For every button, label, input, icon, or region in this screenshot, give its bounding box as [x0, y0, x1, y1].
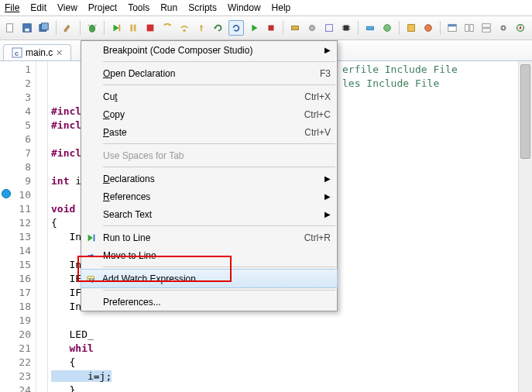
run-icon[interactable] — [247, 21, 261, 35]
chip-icon[interactable] — [339, 21, 353, 35]
menu-preferences[interactable]: Preferences... — [81, 293, 337, 311]
generic-icon[interactable] — [404, 21, 418, 35]
menu-copy[interactable]: CopyCtrl+C — [81, 105, 337, 123]
build-icon[interactable] — [61, 21, 75, 35]
menu-cut[interactable]: CutCtrl+X — [81, 88, 337, 105]
c-file-icon: c — [12, 47, 22, 58]
menu-tools[interactable]: Tools — [128, 2, 149, 13]
tool-icon[interactable] — [288, 21, 302, 35]
move-to-line-icon — [84, 249, 98, 263]
line-number: 19 — [14, 314, 31, 328]
line-number: 21 — [14, 342, 31, 356]
svg-rect-29 — [470, 25, 473, 32]
comment-text: erfile Include File — [342, 63, 458, 77]
window-icon-2[interactable] — [462, 21, 476, 35]
menu-project[interactable]: Project — [88, 2, 117, 13]
separator — [80, 21, 81, 35]
breakpoint-marker[interactable] — [2, 189, 11, 198]
menu-breakpoint[interactable]: Breakpoint (Code Composer Studio) ▶ — [81, 41, 337, 59]
line-number: 18 — [14, 300, 31, 314]
menu-use-spaces: Use Spaces for Tab — [81, 146, 337, 164]
restart-icon[interactable] — [211, 21, 225, 35]
menu-view[interactable]: View — [57, 2, 77, 13]
menu-paste[interactable]: PasteCtrl+V — [81, 123, 337, 141]
menu-scripts[interactable]: Scripts — [188, 2, 217, 13]
code-text: { — [51, 356, 75, 368]
line-number: 4 — [14, 105, 31, 119]
toolbar — [0, 16, 532, 40]
svg-text:xy: xy — [88, 276, 94, 282]
stop-icon[interactable] — [143, 21, 157, 35]
line-number: 24 — [14, 383, 31, 392]
submenu-arrow-icon: ▶ — [324, 174, 331, 183]
menu-label: Breakpoint (Code Composer Studio) — [103, 45, 331, 56]
step-into-icon[interactable] — [160, 21, 174, 35]
new-icon[interactable] — [3, 21, 17, 35]
step-over-icon[interactable] — [177, 21, 191, 35]
refresh-icon[interactable] — [228, 20, 244, 36]
terminate-icon[interactable] — [264, 21, 278, 35]
svg-rect-10 — [134, 25, 136, 32]
step-return-icon[interactable] — [194, 21, 208, 35]
svg-rect-21 — [349, 29, 351, 29]
watch-icon: xy — [84, 272, 98, 286]
menu-add-watch-expression[interactable]: xy Add Watch Expression... — [81, 269, 338, 288]
menu-move-to-line[interactable]: Move to Line — [81, 246, 337, 264]
line-number: 13 — [14, 230, 31, 244]
window-icon-3[interactable] — [479, 21, 493, 35]
menu-label: Add Watch Expression... — [102, 273, 331, 284]
code-text: { — [51, 217, 57, 229]
vertical-scrollbar[interactable]: ▲ ▼ — [518, 61, 532, 392]
menu-help[interactable]: Help — [272, 2, 291, 13]
line-number: 15 — [14, 258, 31, 272]
menu-search-text[interactable]: Search Text▶ — [81, 205, 337, 223]
menu-edit[interactable]: Edit — [30, 2, 46, 13]
debug-icon[interactable] — [85, 21, 99, 35]
scroll-thumb[interactable] — [520, 64, 530, 159]
svg-rect-13 — [269, 26, 274, 31]
line-number: 5 — [14, 119, 31, 132]
svg-rect-11 — [147, 25, 154, 32]
menu-file[interactable]: File — [5, 2, 19, 13]
generic-icon-2[interactable] — [421, 21, 435, 35]
menu-declarations[interactable]: Declarations▶ — [81, 170, 337, 187]
line-number: 10 — [14, 188, 31, 202]
separator — [104, 21, 105, 35]
separator — [283, 21, 283, 35]
svg-rect-19 — [342, 29, 344, 29]
fold-gutter[interactable] — [36, 61, 48, 392]
line-number: 3 — [14, 91, 31, 105]
resume-icon[interactable] — [109, 21, 123, 35]
tab-main-c[interactable]: c main.c ✕ — [3, 44, 71, 60]
save-all-icon[interactable] — [37, 21, 51, 35]
globe-icon[interactable] — [380, 21, 394, 35]
save-icon[interactable] — [20, 21, 34, 35]
compass-icon[interactable] — [513, 21, 527, 35]
svg-rect-9 — [131, 25, 133, 32]
separator — [56, 21, 57, 35]
tool-icon-3[interactable] — [322, 21, 336, 35]
window-icon[interactable] — [445, 21, 459, 35]
menu-run-to-line[interactable]: Run to LineCtrl+R — [81, 229, 337, 246]
svg-point-5 — [90, 26, 95, 33]
menu-separator — [103, 61, 335, 62]
menu-references[interactable]: References▶ — [81, 187, 337, 205]
svg-text:c: c — [15, 50, 19, 57]
run-to-line-icon — [84, 231, 98, 245]
svg-point-33 — [503, 27, 505, 29]
menu-separator — [103, 266, 335, 267]
line-number: 8 — [14, 160, 31, 174]
menu-open-declaration[interactable]: Open Declaration F3 — [81, 64, 337, 82]
tool-icon-2[interactable] — [305, 21, 319, 35]
new-conn-icon[interactable] — [363, 21, 377, 35]
gear-icon[interactable] — [496, 21, 510, 35]
menu-run[interactable]: Run — [160, 2, 177, 13]
line-number: 23 — [14, 370, 31, 383]
menu-window[interactable]: Window — [228, 2, 261, 13]
pause-icon[interactable] — [126, 21, 140, 35]
close-icon[interactable]: ✕ — [56, 48, 63, 58]
line-gutter[interactable]: 1 2 3 4 5 6 7 8 9 10 11 12 13 14 15 16 1… — [0, 61, 36, 392]
menubar[interactable]: File Edit View Project Tools Run Scripts… — [0, 0, 532, 16]
separator — [358, 21, 359, 35]
shortcut-label: F3 — [320, 68, 331, 79]
